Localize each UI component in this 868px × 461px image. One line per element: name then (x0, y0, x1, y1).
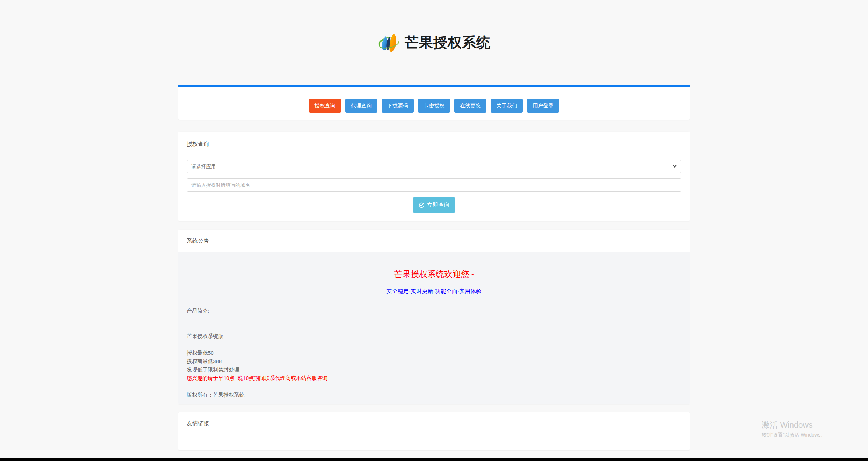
watermark-title: 激活 Windows (762, 420, 825, 430)
site-header: 芒果授权系统 (0, 0, 868, 53)
nav-button-online-change[interactable]: 在线更换 (454, 99, 486, 113)
announcement-line: 发现低于限制禁封处理 (187, 366, 681, 374)
query-now-label: 立即查询 (427, 201, 449, 209)
auth-query-form: 请选择应用 立即查询 (187, 160, 681, 213)
site-title: 芒果授权系统 (405, 33, 491, 52)
announcement-tagline-text: 安全稳定·实时更新·功能全面·实用体验 (187, 288, 681, 295)
app-select[interactable]: 请选择应用 (187, 160, 681, 173)
friendly-links-title: 友情链接 (178, 412, 690, 435)
nav-button-cardkey-auth[interactable]: 卡密授权 (418, 99, 450, 113)
domain-input[interactable] (187, 178, 681, 192)
mango-logo-icon (377, 31, 400, 53)
friendly-links-body (178, 435, 690, 450)
windows-activation-watermark: 激活 Windows 转到“设置”以激活 Windows。 (762, 420, 825, 438)
announcement-welcome-text: 芒果授权系统欢迎您~ (187, 269, 681, 279)
watermark-subtitle: 转到“设置”以激活 Windows。 (762, 431, 825, 438)
system-announcement-card: 系统公告 芒果授权系统欢迎您~ 安全稳定·实时更新·功能全面·实用体验 产品简介… (178, 230, 690, 404)
announcement-card-title: 系统公告 (178, 230, 690, 252)
announcement-line (187, 382, 681, 391)
nav-button-user-login[interactable]: 用户登录 (527, 99, 559, 113)
query-now-button[interactable]: 立即查询 (413, 197, 455, 213)
nav-bar-card: 授权查询 代理查询 下载源码 卡密授权 在线更换 关于我们 用户登录 (178, 85, 690, 120)
announcement-line (187, 340, 681, 349)
nav-button-about-us[interactable]: 关于我们 (491, 99, 523, 113)
announcement-body: 芒果授权系统欢迎您~ 安全稳定·实时更新·功能全面·实用体验 产品简介: 芒果授… (178, 252, 690, 404)
announcement-line: 芒果授权系统版 (187, 332, 681, 340)
nav-button-download-source[interactable]: 下载源码 (382, 99, 414, 113)
announcement-copyright: 版权所有：芒果授权系统 (187, 391, 681, 399)
announcement-line: 产品简介: (187, 307, 681, 315)
auth-query-card-title: 授权查询 (187, 141, 681, 148)
announcement-line (187, 315, 681, 324)
check-circle-icon (419, 202, 425, 208)
announcement-line (187, 324, 681, 332)
announcement-contact-notice: 感兴趣的请于早10点~晚10点期间联系代理商或本站客服咨询~ (187, 374, 681, 382)
friendly-links-card: 友情链接 (178, 412, 690, 450)
nav-button-auth-query[interactable]: 授权查询 (309, 99, 341, 113)
nav-button-agent-query[interactable]: 代理查询 (345, 99, 377, 113)
announcement-description: 产品简介: 芒果授权系统版 授权最低50 授权商最低388 发现低于限制禁封处理… (187, 307, 681, 399)
auth-query-card: 授权查询 请选择应用 立即查询 (178, 132, 690, 221)
nav-buttons: 授权查询 代理查询 下载源码 卡密授权 在线更换 关于我们 用户登录 (309, 99, 559, 113)
announcement-line: 授权最低50 (187, 349, 681, 357)
screen-edge-bar (0, 458, 868, 461)
announcement-line: 授权商最低388 (187, 357, 681, 366)
